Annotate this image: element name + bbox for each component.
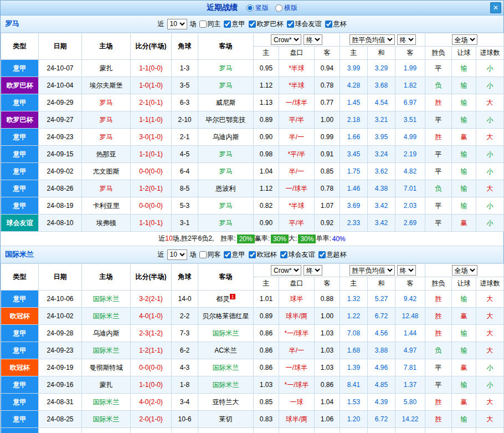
league-filter[interactable]: 球会友谊 bbox=[280, 250, 315, 259]
vertical-radio[interactable] bbox=[246, 4, 254, 12]
away-team-cell[interactable]: 国际米兰 bbox=[198, 325, 254, 342]
home-team-cell[interactable]: 卡利亚里 bbox=[82, 197, 131, 215]
home-team-cell[interactable]: 国际米兰 bbox=[82, 394, 131, 411]
score-cell: 0-0(0-0) bbox=[131, 197, 172, 215]
away-team-cell[interactable]: 亚特兰大 bbox=[198, 394, 254, 411]
away-team-cell[interactable]: 国际米兰 bbox=[198, 359, 254, 376]
away-team-cell[interactable]: 莱切 bbox=[198, 411, 254, 428]
same-venue-filter[interactable]: 同主 bbox=[199, 19, 221, 29]
odds-company-select[interactable]: Crow* bbox=[271, 34, 301, 45]
league-checkbox[interactable] bbox=[249, 21, 256, 28]
league-checkbox[interactable] bbox=[249, 251, 256, 258]
summary-stat: 单率: 40% bbox=[316, 234, 345, 243]
away-team-name: AC米兰 bbox=[214, 347, 237, 354]
home-team-cell[interactable]: 曼彻斯特城 bbox=[82, 359, 131, 376]
mean-group-header: 胜平负均值 终 bbox=[340, 264, 425, 277]
league-label: 欧罗巴杯 bbox=[257, 19, 284, 29]
home-team-cell[interactable]: 罗马 bbox=[82, 129, 131, 146]
goals-cell: 大 bbox=[476, 94, 504, 111]
away-team-cell[interactable]: 毕尔巴鄂竞技 bbox=[198, 111, 254, 129]
league-filter[interactable]: 球会友谊 bbox=[287, 19, 322, 29]
league-checkbox[interactable] bbox=[325, 21, 332, 28]
result-cell: 平 bbox=[425, 111, 452, 129]
home-team-cell[interactable]: 国际米兰 bbox=[82, 308, 131, 325]
odds-company-select[interactable]: Crow* bbox=[271, 265, 301, 276]
home-team-cell[interactable]: 蒙扎 bbox=[82, 376, 131, 394]
layout-vertical-option[interactable]: 竖版 bbox=[246, 3, 269, 13]
home-team-cell[interactable]: 蒙扎 bbox=[82, 60, 131, 77]
away-team-cell[interactable]: 国际米兰 bbox=[198, 428, 254, 433]
home-team-cell[interactable]: 埃弗顿 bbox=[82, 215, 131, 232]
away-team-cell[interactable]: 贝尔格莱德红星 bbox=[198, 308, 254, 325]
corner-score-cell: 2-10 bbox=[172, 111, 198, 129]
team-filter-bar: 国际米兰 近 10 场 同客 意甲 欧冠杯 球会友谊 意超杯 bbox=[1, 246, 503, 263]
mean-draw-cell: 4.39 bbox=[368, 394, 395, 411]
league-filter[interactable]: 意超杯 bbox=[318, 250, 347, 259]
league-type-badge: 欧罗巴杯 bbox=[1, 111, 39, 129]
home-team-cell[interactable]: 尤文图斯 bbox=[82, 163, 131, 180]
same-venue-checkbox[interactable] bbox=[199, 21, 207, 28]
odds-state-select[interactable]: 终 bbox=[304, 265, 322, 276]
horizontal-radio[interactable] bbox=[275, 4, 282, 12]
same-venue-checkbox[interactable] bbox=[199, 251, 207, 258]
mean-draw-cell: 3.88 bbox=[368, 342, 395, 359]
league-checkbox[interactable] bbox=[280, 251, 287, 258]
home-team-cell[interactable]: 热那亚 bbox=[82, 428, 131, 433]
home-team-cell[interactable]: 埃尔夫斯堡 bbox=[82, 77, 131, 94]
same-venue-filter[interactable]: 同客 bbox=[199, 250, 221, 259]
match-date: 24-08-18 bbox=[39, 428, 82, 433]
odds-home-cell: 1.13 bbox=[254, 94, 279, 111]
league-filter[interactable]: 欧冠杯 bbox=[249, 250, 277, 259]
away-team-cell[interactable]: 国际米兰 bbox=[198, 376, 254, 394]
league-filter[interactable]: 意甲 bbox=[224, 19, 245, 29]
score-cell: 1-2(0-1) bbox=[131, 180, 172, 197]
away-team-cell[interactable]: 威尼斯 bbox=[198, 94, 254, 111]
away-team-cell[interactable]: 罗马 bbox=[198, 197, 254, 215]
home-team-cell[interactable]: 罗马 bbox=[82, 111, 131, 129]
league-type-badge: 意甲 bbox=[1, 394, 39, 411]
away-team-cell[interactable]: 罗马 bbox=[198, 215, 254, 232]
mean-state-select[interactable]: 终 bbox=[397, 34, 416, 45]
home-team-cell[interactable]: 国际米兰 bbox=[82, 291, 131, 308]
result-cell: 胜 bbox=[425, 308, 452, 325]
score-cell: 2-1(0-1) bbox=[131, 94, 172, 111]
away-team-cell[interactable]: 罗马 bbox=[198, 163, 254, 180]
mean-home-cell: 3.69 bbox=[340, 197, 368, 215]
away-team-cell[interactable]: 罗马 bbox=[198, 60, 254, 77]
goals-cell: 大 bbox=[476, 394, 504, 411]
close-icon[interactable]: ✕ bbox=[490, 2, 501, 13]
home-team-cell[interactable]: 罗马 bbox=[82, 94, 131, 111]
layout-horizontal-option[interactable]: 横版 bbox=[275, 3, 297, 13]
league-checkbox[interactable] bbox=[287, 21, 294, 28]
result-cell: 平 bbox=[425, 376, 452, 394]
home-team-cell[interactable]: 乌迪内斯 bbox=[82, 325, 131, 342]
away-team-cell[interactable]: 乌迪内斯 bbox=[198, 129, 254, 146]
away-team-cell[interactable]: AC米兰 bbox=[198, 342, 254, 359]
away-team-cell[interactable]: 恩波利 bbox=[198, 180, 254, 197]
odds-state-select[interactable]: 终 bbox=[304, 34, 322, 45]
home-team-cell[interactable]: 罗马 bbox=[82, 180, 131, 197]
away-team-cell[interactable]: 罗马 bbox=[198, 146, 254, 163]
home-team-cell[interactable]: 国际米兰 bbox=[82, 342, 131, 359]
home-team-cell[interactable]: 热那亚 bbox=[82, 146, 131, 163]
scope-select[interactable]: 全场 bbox=[452, 34, 477, 45]
league-filter[interactable]: 欧罗巴杯 bbox=[249, 19, 284, 29]
mean-state-select[interactable]: 终 bbox=[397, 265, 416, 276]
league-filter[interactable]: 意杯 bbox=[325, 19, 347, 29]
handicap-result-cell: 赢 bbox=[452, 129, 476, 146]
league-checkbox[interactable] bbox=[318, 251, 326, 258]
score-cell: 1-1(1-0) bbox=[131, 111, 172, 129]
away-team-cell[interactable]: 都灵1 bbox=[198, 291, 254, 308]
league-filter[interactable]: 意甲 bbox=[224, 250, 245, 259]
league-checkbox[interactable] bbox=[224, 251, 231, 258]
mean-select[interactable]: 胜平负均值 bbox=[349, 34, 395, 45]
league-checkbox[interactable] bbox=[224, 21, 231, 28]
mean-select[interactable]: 胜平负均值 bbox=[349, 265, 395, 276]
team-name: 国际米兰 bbox=[5, 249, 34, 259]
home-team-cell[interactable]: 国际米兰 bbox=[82, 411, 131, 428]
rounds-select[interactable]: 10 bbox=[167, 249, 187, 260]
away-team-cell[interactable]: 罗马 bbox=[198, 77, 254, 94]
summary-stat-label: 赢率: bbox=[255, 234, 270, 243]
rounds-select[interactable]: 10 bbox=[167, 19, 187, 29]
scope-select[interactable]: 全场 bbox=[452, 265, 477, 276]
